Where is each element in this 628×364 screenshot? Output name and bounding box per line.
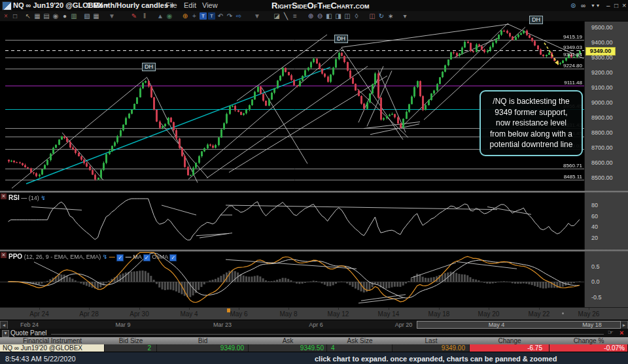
app-icon (2, 1, 12, 10)
minimize-button[interactable]: – (606, 0, 610, 11)
rsi-tick: 40 (591, 223, 598, 230)
print-icon[interactable]: ▤ (43, 11, 50, 21)
quote-panel-hand-icon[interactable]: ☞ (608, 329, 614, 336)
dropdown-triangle2-icon[interactable]: ▼ (253, 11, 261, 21)
date-label: May 20 (478, 310, 500, 318)
link-icon[interactable]: ∞ (581, 0, 585, 11)
pin-dropdown-icon[interactable]: ▾ (597, 0, 599, 11)
text-tool-alt-icon[interactable]: T (208, 12, 215, 20)
col-ask-size: Ask Size (327, 337, 392, 344)
col-change-pct: Change % (550, 337, 628, 344)
date-label: May 8 (279, 310, 297, 318)
text-tool-icon[interactable]: T (200, 12, 207, 20)
dropdown-triangle-icon[interactable]: ▼ (108, 11, 116, 21)
expand-left-icon[interactable]: ◧ (325, 11, 333, 21)
pin-icon[interactable]: ▼ (591, 0, 595, 11)
ppo-header: PPO (12, 26, 9 - EMA, EMA, EMA) ↯ — ✓ — … (9, 253, 177, 261)
ppo-ma-sample: — (126, 254, 131, 260)
drawing-anchor-marker[interactable] (227, 308, 230, 312)
rsi-flag-icon[interactable]: ↯ (41, 195, 46, 201)
last-price-tag: 9349.00 (585, 47, 616, 56)
candle-style-icon[interactable]: ◫ (368, 11, 376, 21)
chart-scrollbar[interactable]: ◄►Feb 24Mar 9Mar 23Apr 6Apr 20May 4May 1… (0, 320, 628, 329)
eraser-icon[interactable]: ◪ (273, 11, 281, 21)
col-ask: Ask (249, 337, 327, 344)
arrow-tool-icon[interactable]: ⇨ (235, 11, 243, 21)
select-region-icon[interactable]: □ (11, 11, 19, 21)
trendline-tool-icon[interactable]: ╲ (282, 11, 290, 21)
menu-file[interactable]: File (166, 0, 177, 11)
expand-right-icon[interactable]: ◨ (334, 11, 342, 21)
quote-panel-close-icon[interactable]: × (619, 329, 623, 337)
delete-icon[interactable]: × (2, 11, 10, 21)
quote-bid: 9349.00 (157, 344, 249, 352)
price-tick: 9400.00 (591, 39, 613, 46)
maximize-button[interactable]: □ (614, 0, 618, 11)
annotation-line: potential downtrend line (483, 139, 579, 150)
chart-style-icon[interactable]: ▧ (83, 11, 91, 21)
undo-icon[interactable]: ↶ (217, 11, 224, 21)
rsi-close-button[interactable]: × (1, 193, 7, 199)
zoom-out-icon[interactable]: ⊖ (316, 11, 324, 21)
expand-horizontal-icon[interactable]: ◫ (343, 11, 351, 21)
snapshot-icon[interactable]: ◉ (52, 11, 60, 21)
ppo-tick: 0.5 (591, 263, 600, 270)
area-chart-icon[interactable]: ▲ (156, 11, 164, 21)
col-change: Change (470, 337, 550, 344)
ppo-checkbox[interactable]: ✓ (116, 254, 124, 261)
grid-icon[interactable]: ▦ (33, 11, 41, 21)
ppo-close-button[interactable]: × (1, 252, 7, 258)
redo-icon[interactable]: ↷ (226, 11, 234, 21)
quote-row[interactable]: NQ ∞ Jun19'20 @GLOBEX 2 9349.00 9349.50 … (0, 344, 628, 352)
menu-view[interactable]: View (202, 0, 218, 11)
layout-grid-icon[interactable]: ▦ (92, 11, 100, 21)
ppo-ma-checkbox[interactable]: ✓ (143, 254, 150, 261)
scrollbar-thumb-label: May 18 (582, 322, 602, 328)
date-label: Apr 24 (29, 310, 48, 318)
anchor-icon[interactable]: + (190, 11, 198, 21)
price-axis[interactable]: 9500.009400.009300.009200.009100.009000.… (584, 22, 628, 307)
scrollbar-date-label: Apr 6 (309, 322, 323, 328)
date-label: Apr 28 (79, 310, 98, 318)
settings-gear-icon[interactable]: ⊛ (570, 0, 576, 11)
chart-type-icon[interactable]: ▥ (70, 11, 78, 21)
zoom-in-icon[interactable]: ⊕ (307, 11, 315, 21)
volume-bars-icon[interactable]: ‖ (141, 11, 148, 21)
date-label: May 4 (180, 310, 198, 318)
compress-icon[interactable]: ◊ (353, 11, 360, 21)
col-bid: Bid (157, 337, 249, 344)
date-axis[interactable]: Apr 24Apr 28Apr 30May 4May 6May 8May 12M… (0, 307, 628, 320)
rsi-panel-chart[interactable] (0, 193, 584, 250)
brand-logo: RightSideOfTheChart.com (271, 0, 370, 11)
date-label: May 14 (378, 310, 400, 318)
globe-icon[interactable]: ◉ (166, 11, 173, 21)
quote-instrument[interactable]: NQ ∞ Jun19'20 @GLOBEX (0, 344, 105, 352)
pane-divider-2[interactable] (0, 250, 628, 252)
rsi-tick: 60 (591, 213, 598, 220)
toolbar-more-dropdown-icon[interactable]: ▾ (401, 11, 409, 21)
price-tick: 9000.00 (591, 99, 613, 106)
col-last: Last (392, 337, 470, 344)
window-close-button[interactable]: × (622, 0, 626, 11)
cursor-icon[interactable]: ↖ (24, 11, 32, 21)
refresh-icon[interactable]: ↻ (377, 11, 385, 21)
settings-wrench-icon[interactable]: ∗ (387, 11, 394, 21)
rsi-period: (14) (29, 195, 39, 201)
crosshair-target-icon[interactable]: ⊕ (181, 11, 189, 21)
draw-pencil-icon[interactable]: ✎ (130, 11, 138, 21)
quote-panel-collapse-button[interactable]: ▼ (2, 330, 9, 337)
quote-change-pct: -0.07% (550, 344, 628, 352)
circle-tool-icon[interactable]: ● (61, 11, 69, 21)
hatch-tool-icon[interactable]: ≡ (291, 11, 299, 21)
ppo-flag-icon[interactable]: ↯ (103, 254, 108, 260)
annotation-line: /NQ is backtesting the (483, 96, 579, 107)
chart-annotation-note[interactable]: /NQ is backtesting the9349 former suppor… (480, 90, 583, 156)
pane-divider-1[interactable] (0, 191, 628, 193)
timeframe-selector[interactable]: 1 Month/Hourly candles ▾ (87, 0, 174, 11)
menu-edit[interactable]: Edit (184, 0, 196, 11)
date-label: May 18 (428, 310, 450, 318)
price-tick: 9500.00 (591, 24, 613, 31)
ppo-osma-checkbox[interactable]: ✓ (169, 254, 177, 261)
rsi-tick: 80 (591, 202, 598, 208)
title-bar: NQ ∞ Jun19'20 @GLOBEX ▾ 1 Month/Hourly c… (0, 0, 628, 11)
